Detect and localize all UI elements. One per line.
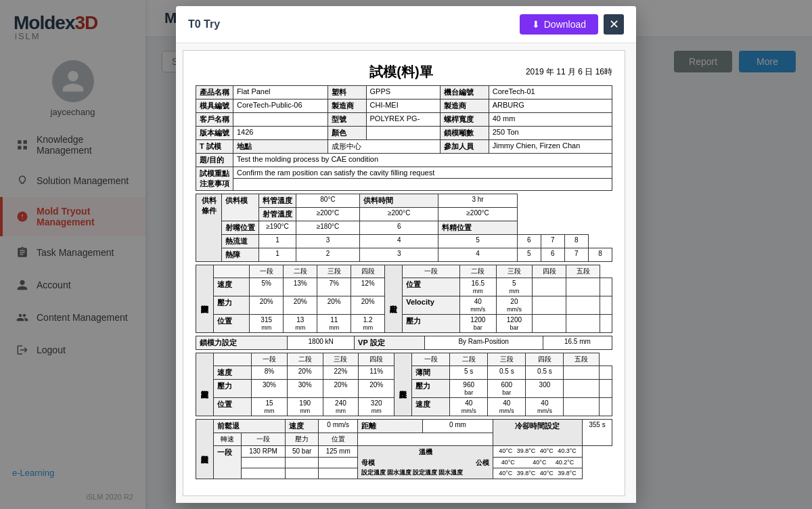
obstacle-8: 8 bbox=[588, 248, 612, 262]
retract-speed-val: 0 mm/s bbox=[319, 420, 358, 433]
table-row: 模具編號 CoreTech-Public-06 製造商 CHI-MEI 製造商 … bbox=[196, 99, 612, 113]
doc-main-title: 試模(料)單 bbox=[277, 63, 526, 81]
key-points-label: 試模重點 注意事項 bbox=[196, 167, 233, 191]
obstacle-label: 熱障 bbox=[222, 248, 259, 262]
cool-zone2: 40°C 40°C 40.2°C bbox=[493, 458, 582, 468]
real-temp-label2: 固水溫度 bbox=[438, 468, 463, 477]
hopper-temp: 80°C bbox=[296, 194, 360, 208]
open-stage3: 三段 bbox=[323, 353, 359, 366]
open-stage2: 二段 bbox=[287, 353, 323, 366]
backflow-4: 5 bbox=[438, 235, 517, 248]
open-section: 開模設定 bbox=[196, 353, 214, 416]
inj-pos-2: 5mm bbox=[496, 278, 533, 296]
table-row: 題/目的 Test the molding process by CAE con… bbox=[196, 154, 612, 167]
stage1-label: 一段 bbox=[250, 265, 284, 278]
problem-label: 題/目的 bbox=[196, 154, 233, 167]
zone3-punch-set: 40°C bbox=[540, 470, 554, 477]
zone3-mold-real: 39.8°C bbox=[517, 470, 536, 477]
nozzle-pos: 6 bbox=[359, 221, 438, 235]
mfr2-label: 製造商 bbox=[441, 99, 489, 113]
zone3-mold-set: 40°C bbox=[499, 470, 512, 477]
table-row: T 試模 地點 成形中心 參加人員 Jimmy Chien, Firzen Ch… bbox=[196, 140, 612, 154]
cooling-time: 355 s bbox=[582, 420, 612, 446]
grade-value: POLYREX PG- bbox=[366, 113, 441, 127]
open-pres-1: 30% bbox=[252, 380, 288, 398]
inj-pres-4 bbox=[566, 315, 600, 333]
table-row: 版本編號 1426 顏色 鎖模噸數 250 Ton bbox=[196, 127, 612, 140]
color-value bbox=[366, 127, 441, 140]
close-pres-4: 20% bbox=[351, 296, 385, 315]
download-button[interactable]: ⬇ Download bbox=[520, 14, 598, 35]
clamp-section: 鎖模力設定 bbox=[196, 336, 288, 350]
mfr-label: 製造商 bbox=[328, 99, 366, 113]
hold-time-1: 5 s bbox=[450, 366, 488, 380]
cooling-mold-header: 溫機 母模 公模 設定溫度 固水溫度 設定溫度 固水溫度 bbox=[358, 446, 493, 479]
close-speed-label: 速度 bbox=[214, 278, 250, 296]
eject-stage1: 一段 bbox=[241, 433, 285, 446]
participants-value: Jimmy Chien, Firzen Chan bbox=[489, 140, 612, 154]
open-pres-4: 20% bbox=[359, 380, 394, 398]
empty-cell bbox=[358, 433, 493, 446]
set-temp-label: 設定溫度 bbox=[361, 468, 386, 477]
clamp-label: 鎖模噸數 bbox=[441, 127, 489, 140]
machine-label: 機台編號 bbox=[441, 86, 489, 99]
inj-vel-label: Velocity bbox=[403, 296, 460, 315]
close-speed-3: 7% bbox=[317, 278, 351, 296]
hold-section: 保壓設定 bbox=[394, 353, 412, 416]
inj-vel-3 bbox=[533, 296, 566, 315]
barrel-temp-label: 射管溫度 bbox=[259, 208, 296, 221]
table-row: 開模設定 一段 二段 三段 四段 保壓設定 一段 二段 三段 四段 五段 bbox=[196, 353, 612, 366]
material-pos-label: 料精位置 bbox=[438, 221, 517, 235]
close-pos-2: 13mm bbox=[284, 315, 317, 333]
zone1-punch-set: 40°C bbox=[540, 447, 554, 454]
table-row: 一段 130 RPM 50 bar 125 mm 溫機 母模 公模 bbox=[196, 446, 612, 458]
close-pos-3: 11mm bbox=[317, 315, 351, 333]
modal-header: T0 Try ⬇ Download ✕ bbox=[176, 6, 636, 43]
table-row: 速度 5% 13% 7% 12% 位置 16.5mm 5mm bbox=[196, 278, 612, 296]
open-speed-1: 8% bbox=[252, 366, 288, 380]
hold-pres-5 bbox=[600, 380, 612, 398]
modal-body[interactable]: 試模(料)單 2019 年 11 月 6 日 16時 產品名稱 Flat Pan… bbox=[176, 43, 636, 503]
close-speed-2: 13% bbox=[284, 278, 317, 296]
hold-time-label: 薄間 bbox=[412, 366, 450, 380]
color-label: 顏色 bbox=[328, 127, 366, 140]
zone1-mold-real: 39.8°C bbox=[517, 447, 536, 454]
hold-pres-2: 600bar bbox=[488, 380, 526, 398]
zone1-punch-real: 40.3°C bbox=[558, 447, 577, 454]
stage2-rpm bbox=[241, 458, 285, 468]
open-pos-4: 320mm bbox=[359, 398, 394, 416]
open-pos-3: 240mm bbox=[323, 398, 359, 416]
stage3-pres bbox=[286, 468, 319, 479]
open-speed-3: 22% bbox=[323, 366, 359, 380]
stage1-pres-val: 50 bar bbox=[286, 446, 319, 458]
hopper-temp-label: 料管溫度 bbox=[259, 194, 296, 208]
open-speed-2: 20% bbox=[287, 366, 323, 380]
inj-pos-label: 位置 bbox=[403, 278, 460, 296]
modal-overlay[interactable]: T0 Try ⬇ Download ✕ 試模(料)單 2019 年 11 月 6… bbox=[0, 0, 812, 509]
close-modal-button[interactable]: ✕ bbox=[604, 14, 624, 35]
hold-stage5: 五段 bbox=[564, 353, 600, 366]
hold-time-5 bbox=[600, 366, 612, 380]
table-row: 產品名稱 Flat Panel 塑料 GPPS 機台編號 CoreTech-01 bbox=[196, 86, 612, 99]
stage2-label: 二段 bbox=[284, 265, 317, 278]
obstacle-3: 3 bbox=[359, 248, 438, 262]
inject-section: 射出設定 bbox=[385, 265, 403, 333]
inj-stage3: 三段 bbox=[496, 265, 533, 278]
obstacle-6: 6 bbox=[541, 248, 564, 262]
cool-zone3: 40°C 39.8°C 40°C 39.8°C bbox=[493, 468, 582, 479]
close-pres-3: 20% bbox=[317, 296, 351, 315]
obstacle-7: 7 bbox=[564, 248, 588, 262]
table-row: 射嘴位置 ≥190°C ≥180°C 6 料精位置 bbox=[196, 221, 612, 235]
clamp-val: 1800 kN bbox=[288, 336, 355, 350]
hold-time-3: 0.5 s bbox=[526, 366, 564, 380]
inj-pos-1: 16.5mm bbox=[459, 278, 496, 296]
real-temp-label: 固水溫度 bbox=[387, 468, 411, 477]
stage3-rpm bbox=[241, 468, 285, 479]
inj-pres-2: 1200bar bbox=[496, 315, 533, 333]
stage1-pos-val: 125 mm bbox=[319, 446, 358, 458]
hold-pres-1: 960bar bbox=[450, 380, 488, 398]
inj-stage2: 二段 bbox=[459, 265, 496, 278]
backflow-7: 8 bbox=[564, 235, 588, 248]
backflow-6: 7 bbox=[541, 235, 564, 248]
open-stage4: 四段 bbox=[359, 353, 394, 366]
